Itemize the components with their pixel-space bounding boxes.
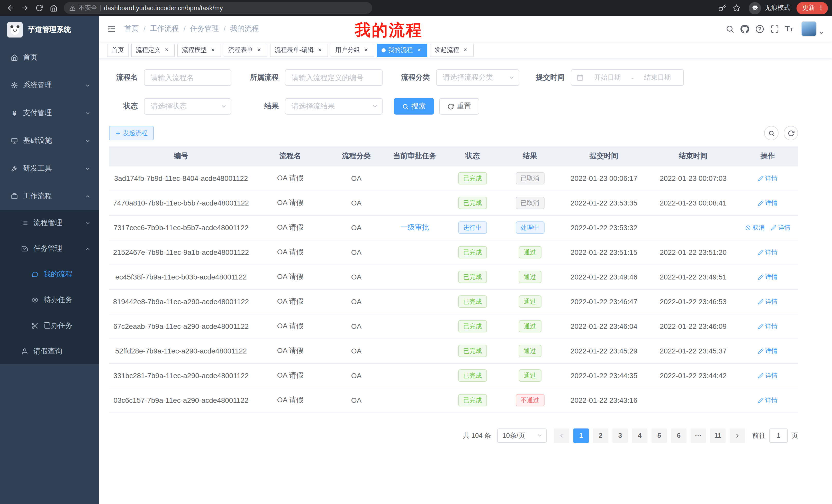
task-link[interactable]: 一级审批 (400, 223, 429, 231)
tab-3[interactable]: 流程表单× (224, 44, 267, 57)
cell-status: 已完成 (444, 191, 501, 215)
page-button-2[interactable]: 2 (593, 428, 608, 443)
sidebar-item-10[interactable]: 已办任务 (0, 313, 99, 339)
tab-2[interactable]: 流程模型× (177, 44, 221, 57)
tab-5[interactable]: 用户分组× (331, 44, 374, 57)
hamburger-icon[interactable] (107, 24, 116, 33)
tab-1[interactable]: 流程定义× (131, 44, 175, 57)
detail-action[interactable]: 详情 (758, 371, 778, 380)
status-select[interactable]: 请选择状态 (144, 98, 231, 115)
search-button[interactable]: 搜索 (394, 98, 434, 115)
detail-action[interactable]: 详情 (758, 346, 778, 355)
detail-action[interactable]: 详情 (758, 297, 778, 306)
result-select[interactable]: 请选择流结果 (285, 98, 383, 115)
page-button-1[interactable]: 1 (573, 428, 589, 443)
page-button-3[interactable]: 3 (613, 428, 628, 443)
sidebar-item-9[interactable]: 待办任务 (0, 287, 99, 313)
create-process-button[interactable]: 发起流程 (109, 126, 154, 140)
sidebar-item-1[interactable]: 系统管理 (0, 72, 99, 99)
search-icon[interactable] (725, 24, 734, 33)
font-size-icon[interactable]: TT (785, 24, 793, 33)
tab-0[interactable]: 首页 (107, 44, 129, 57)
user-menu[interactable] (801, 21, 824, 36)
chevron-down-icon (85, 82, 90, 88)
sidebar-item-5[interactable]: 工作流程 (0, 183, 99, 210)
detail-action[interactable]: 详情 (758, 322, 778, 331)
page-button-4[interactable]: 4 (632, 428, 647, 443)
url-text[interactable]: dashboard.yudao.iocoder.cn/bpm/task/my (104, 4, 223, 11)
app-logo[interactable]: 芋道管理系统 (0, 16, 99, 44)
refresh-table-icon[interactable] (784, 126, 798, 140)
page-button-11[interactable]: 11 (710, 428, 726, 443)
yen-icon: ¥ (10, 109, 19, 117)
close-icon[interactable]: × (256, 47, 263, 54)
detail-action[interactable]: 详情 (758, 174, 778, 183)
help-icon[interactable] (755, 24, 764, 33)
process-table: 编号流程名流程分类当前审批任务状态结果提交时间结束时间操作 3ad174fb-7… (109, 146, 798, 413)
date-range-picker[interactable]: 开始日期 - 结束日期 (571, 69, 684, 86)
detail-action[interactable]: 详情 (758, 248, 778, 257)
next-page-button[interactable] (730, 428, 745, 443)
security-label[interactable]: 不安全 (79, 4, 97, 12)
avatar[interactable] (801, 21, 816, 36)
breadcrumb-item-0[interactable]: 首页 (125, 24, 139, 33)
category-select[interactable]: 请选择流程分类 (436, 69, 519, 86)
close-icon[interactable]: × (316, 47, 323, 54)
forward-icon[interactable] (19, 2, 31, 14)
more-pages-button[interactable]: ··· (691, 428, 706, 443)
breadcrumb-item-2[interactable]: 任务管理 (190, 24, 219, 33)
detail-action[interactable]: 详情 (758, 273, 778, 281)
sidebar-item-0[interactable]: 首页 (0, 44, 99, 72)
sidebar-item-4[interactable]: 研发工具 (0, 155, 99, 183)
key-icon[interactable] (716, 2, 728, 14)
fullscreen-icon[interactable] (770, 24, 779, 33)
address-bar[interactable]: 不安全 dashboard.yudao.iocoder.cn/bpm/task/… (64, 2, 372, 14)
breadcrumb-item-1[interactable]: 工作流程 (150, 24, 179, 33)
tab-4[interactable]: 流程表单-编辑× (270, 44, 328, 57)
close-icon[interactable]: × (363, 47, 370, 54)
sidebar-item-11[interactable]: 请假查询 (0, 339, 99, 364)
sidebar-item-8[interactable]: 我的流程 (0, 261, 99, 287)
start-date-placeholder[interactable]: 开始日期 (587, 73, 628, 82)
tab-7[interactable]: 发起流程× (430, 44, 474, 57)
chevron-down-icon (818, 30, 824, 35)
process-def-input[interactable] (285, 69, 383, 86)
process-name-input[interactable] (144, 69, 231, 86)
prev-page-button[interactable] (554, 428, 569, 443)
reset-button[interactable]: 重置 (439, 98, 479, 115)
home-icon[interactable] (47, 2, 60, 14)
page-size-select[interactable]: 10条/页 (497, 428, 547, 443)
refresh-icon[interactable] (33, 2, 45, 14)
status-tag: 已完成 (458, 246, 487, 258)
page-button-5[interactable]: 5 (651, 428, 667, 443)
cancel-action[interactable]: 取消 (745, 223, 765, 232)
cell-category: OA (328, 289, 385, 314)
detail-action[interactable]: 详情 (771, 223, 790, 232)
tab-6[interactable]: 我的流程× (377, 44, 427, 57)
back-icon[interactable] (4, 2, 17, 14)
tab-label: 流程定义 (136, 46, 160, 54)
browser-menu-icon[interactable] (817, 5, 824, 11)
sidebar-item-7[interactable]: 任务管理 (0, 236, 99, 261)
close-icon[interactable]: × (415, 47, 423, 54)
page-button-6[interactable]: 6 (671, 428, 686, 443)
status-tag: 已完成 (458, 197, 487, 209)
github-icon[interactable] (740, 24, 749, 33)
sidebar-item-6[interactable]: 流程管理 (0, 210, 99, 236)
close-icon[interactable]: × (209, 47, 216, 54)
sidebar-menu: 首页系统管理¥支付管理基础设施研发工具工作流程流程管理任务管理我的流程待办任务已… (0, 44, 99, 504)
end-date-placeholder[interactable]: 结束日期 (636, 73, 678, 82)
bookmark-star-icon[interactable] (730, 2, 743, 14)
toggle-search-icon[interactable] (764, 126, 779, 140)
close-icon[interactable]: × (462, 47, 469, 54)
sidebar-item-label: 研发工具 (23, 164, 52, 173)
close-icon[interactable]: × (163, 47, 170, 54)
detail-action[interactable]: 详情 (758, 396, 778, 404)
select-placeholder: 请选择流程分类 (443, 73, 493, 82)
detail-action[interactable]: 详情 (758, 199, 778, 207)
toolbar-right (764, 126, 798, 140)
update-button[interactable]: 更新 (797, 2, 828, 14)
sidebar-item-3[interactable]: 基础设施 (0, 127, 99, 155)
goto-page-input[interactable] (769, 428, 788, 443)
sidebar-item-2[interactable]: ¥支付管理 (0, 99, 99, 127)
